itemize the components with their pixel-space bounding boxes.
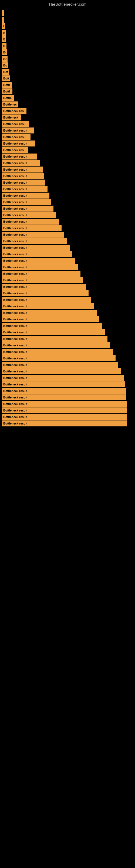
bar-row: Bottleneck resu	[2, 134, 135, 140]
bar-label: Bottleneck result	[3, 409, 27, 412]
bar-label: Bottleneck result	[3, 370, 27, 373]
bar-label: Bottleneck result	[3, 298, 27, 301]
bar-row: Bottleneck result	[2, 251, 135, 257]
bar-label: Bottleneck result	[3, 291, 27, 295]
bar-label: Bo	[3, 38, 5, 41]
bar-label: Bottleneck result	[3, 214, 27, 217]
bottleneck-bar: Bottleneck result	[2, 310, 97, 316]
bar-label: Bottleneck result	[3, 161, 27, 165]
bottleneck-bar: Bo	[2, 62, 8, 68]
bottleneck-bar: Bot	[2, 69, 9, 75]
bar-row: Bottleneck result	[2, 180, 135, 186]
bottleneck-bar: Bottleneck result	[2, 231, 64, 238]
bottleneck-bar: Bottleneck result	[2, 225, 61, 231]
bar-row: Bottleneck resu	[2, 121, 135, 127]
bar-label: Bo	[3, 44, 5, 48]
bottleneck-bar: Bottleneck result	[2, 160, 40, 166]
bar-row: Bott	[2, 75, 135, 82]
bar-label: Bottleneck result	[3, 168, 27, 171]
bar-row: Bottleneck result	[2, 407, 135, 413]
bar-row: Bottleneck result	[2, 284, 135, 290]
bar-row: Bottleneck result	[2, 225, 135, 231]
bar-label: Bottleneck result	[3, 376, 27, 379]
bar-label: Bottleneck result	[3, 357, 27, 360]
bar-label: Bottleneck resu	[3, 135, 26, 138]
bar-label: B	[3, 25, 4, 28]
bar-label: Bottleneck result	[3, 194, 27, 197]
bar-row: Bo	[2, 50, 135, 55]
bar-row: Bottlenec	[2, 101, 135, 107]
bar-row: Bottleneck result	[2, 238, 135, 244]
bar-row: Bottleneck result	[2, 160, 135, 166]
bar-label: Bottleneck result	[3, 350, 27, 353]
bottleneck-bar: Bottleneck result	[2, 329, 105, 335]
bar-row: Bottleneck	[2, 115, 135, 120]
bar-label: Bottleneck result	[3, 402, 27, 405]
bar-label: Bottleneck res	[3, 109, 24, 113]
bar-row: Bottleneck result	[2, 166, 135, 173]
bar-row: Bottleneck result	[2, 394, 135, 400]
bar-label: Bottleneck result	[3, 129, 27, 132]
bar-row: Bottleneck result	[2, 362, 135, 368]
bottleneck-bar: Bottleneck result	[2, 258, 75, 264]
bottleneck-bar: Bottleneck result	[2, 219, 59, 225]
bottleneck-bar: Bott	[2, 75, 10, 82]
bar-row: Bottleneck res	[2, 108, 135, 114]
bar-label: Bottleneck resu	[3, 122, 26, 126]
bottleneck-bar: Bottlenec	[2, 101, 18, 107]
bottleneck-bar: Bottleneck result	[2, 362, 118, 368]
bar-row: Bottleneck result	[2, 193, 135, 198]
bottleneck-bar: B	[2, 17, 4, 23]
bar-label: Bottleneck result	[3, 181, 27, 184]
bar-row: Bot	[2, 69, 135, 75]
bar-label: Bottlenec	[3, 103, 17, 106]
bar-row: Bottleneck result	[2, 173, 135, 179]
bar-label: Bottleneck result	[3, 415, 27, 418]
bar-label: Bottleneck result	[3, 318, 27, 321]
bar-label: Bottleneck result	[3, 200, 27, 204]
bottleneck-bar: Bo	[2, 50, 7, 55]
bottleneck-bar: Bottleneck result	[2, 323, 102, 329]
bottleneck-bar: Bottleneck result	[2, 199, 51, 205]
bottleneck-bar: Bottleneck	[2, 115, 21, 120]
bar-row: B	[2, 17, 135, 23]
bar-row: Bottleneck result	[2, 186, 135, 192]
bar-row: Bottleneck result	[2, 414, 135, 420]
bar-row: Bottleneck result	[2, 375, 135, 381]
bar-label: Bottl	[3, 90, 10, 93]
bar-row: Bottleneck result	[2, 154, 135, 159]
bar-row: Bo	[2, 36, 135, 42]
bar-row: Bottleneck result	[2, 245, 135, 251]
bar-label: Bo	[3, 57, 6, 61]
bottleneck-bar: Bottleneck result	[2, 193, 49, 198]
bottleneck-bar: B	[2, 10, 4, 16]
bottleneck-bar: Bottleneck result	[2, 206, 53, 212]
bottleneck-bar: Bottleneck result	[2, 394, 126, 400]
bar-label: Bottleneck result	[3, 311, 27, 314]
bottleneck-bar: Bottleneck result	[2, 271, 81, 277]
bar-label: Bottleneck result	[3, 220, 27, 223]
bottleneck-bar: Bottleneck res	[2, 108, 27, 114]
bottleneck-bar: Bottleneck result	[2, 284, 86, 290]
bar-label: Bottleneck result	[3, 383, 27, 386]
bottleneck-bar: Bottleneck result	[2, 297, 91, 303]
bar-row: Bottleneck result	[2, 141, 135, 147]
bar-label: Bottleneck result	[3, 187, 27, 191]
bottleneck-bar: Bottleneck result	[2, 421, 127, 426]
bar-label: Bottleneck result	[3, 389, 27, 393]
bar-row: Bottleneck result	[2, 258, 135, 264]
bar-label: Bo	[3, 64, 7, 67]
bar-row: Bottleneck result	[2, 323, 135, 329]
bottleneck-bar: Bottleneck result	[2, 342, 110, 348]
bottleneck-bar: Bo	[2, 36, 6, 42]
bars-container: BBBBoBoBoBoBoBoBotBottBottlBottlBottleBo…	[0, 8, 135, 427]
bar-row: Bottleneck result	[2, 421, 135, 426]
bottleneck-bar: Bottleneck result	[2, 401, 127, 407]
bar-label: Bottleneck result	[3, 324, 27, 328]
bar-label: Bottleneck result	[3, 344, 27, 347]
bottleneck-bar: Bottl	[2, 82, 12, 88]
bar-label: Bottleneck result	[3, 363, 27, 367]
bar-label: Bottleneck result	[3, 279, 27, 282]
bar-row: Bottleneck result	[2, 329, 135, 335]
bar-label: Bottleneck result	[3, 240, 27, 243]
